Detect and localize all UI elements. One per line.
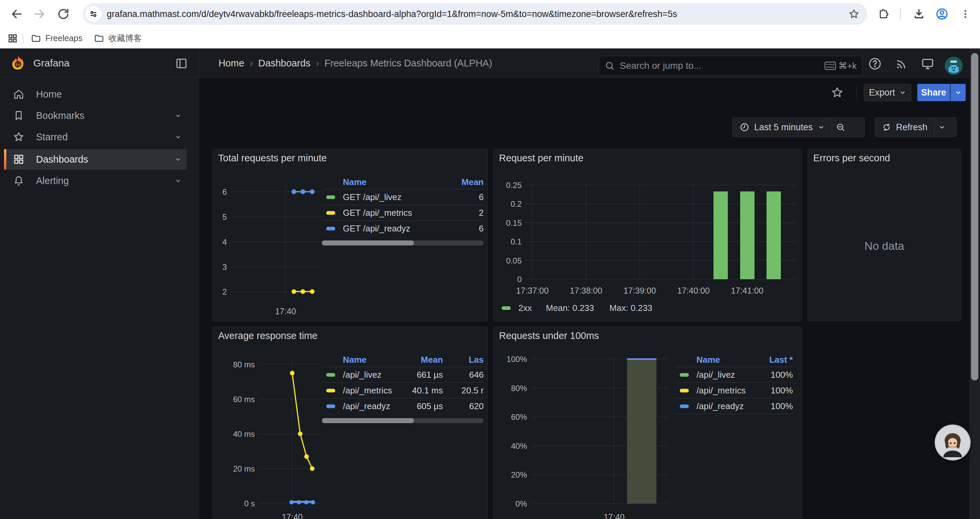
site-settings-icon[interactable] (85, 6, 102, 22)
grafana-logo[interactable] (10, 55, 26, 72)
legend-col-name[interactable]: Name (322, 355, 397, 365)
svg-text:20%: 20% (511, 470, 527, 479)
scrollbar-thumb[interactable] (971, 53, 978, 380)
series-color-pill (326, 195, 335, 199)
breadcrumb-home[interactable]: Home (218, 58, 244, 69)
keyboard-icon (824, 61, 836, 70)
refresh-icon (882, 123, 891, 132)
panel-total-requests[interactable]: Total requests per minute 6543217:40 Nam… (213, 149, 488, 321)
zoom-out-icon (835, 122, 846, 132)
svg-text:0.15: 0.15 (506, 219, 522, 227)
legend-col[interactable]: Mean (397, 355, 443, 365)
svg-text:3: 3 (223, 262, 227, 271)
bookmarks-divider (23, 34, 23, 43)
sidebar-item-alerting[interactable]: Alerting (4, 170, 187, 191)
favorite-star-icon[interactable] (830, 86, 844, 101)
svg-text:17:39:00: 17:39:00 (624, 286, 656, 295)
legend-scrollbar[interactable] (322, 241, 484, 246)
time-range-picker[interactable]: Last 5 minutes (733, 118, 832, 137)
chevron-down-icon (955, 89, 962, 96)
legend-row[interactable]: /api/_readyz100% (675, 398, 793, 414)
svg-text:17:37:00: 17:37:00 (516, 286, 548, 295)
chevron-down-icon[interactable] (174, 112, 182, 120)
svg-text:17:40: 17:40 (604, 512, 625, 519)
browser-menu-icon[interactable] (958, 7, 973, 21)
legend-col[interactable]: Las (443, 355, 484, 365)
refresh-button[interactable]: Refresh (875, 118, 934, 137)
svg-text:60 ms: 60 ms (233, 395, 255, 404)
bookmark-folder-blogs[interactable]: 收藏博客 (94, 33, 142, 44)
request-per-minute-chart[interactable]: 0.250.20.150.10.05017:37:0017:38:0017:39… (494, 149, 802, 321)
monitor-icon[interactable] (920, 56, 935, 71)
legend-scrollbar-thumb[interactable] (322, 418, 414, 423)
sidebar-item-bookmarks[interactable]: Bookmarks (4, 105, 187, 126)
chevron-down-icon[interactable] (174, 155, 182, 163)
panel-request-per-minute[interactable]: Request per minute 0.250.20.150.10.05017… (493, 149, 802, 321)
legend-scrollbar-thumb[interactable] (322, 241, 414, 246)
help-icon[interactable] (868, 56, 882, 71)
svg-text:17:41:00: 17:41:00 (731, 286, 763, 295)
panel-errors-per-second[interactable]: Errors per second No data (808, 149, 961, 321)
sidebar-toggle-icon[interactable] (175, 57, 188, 71)
profile-icon[interactable] (935, 7, 949, 21)
legend-row[interactable]: /api/_livez100% (675, 367, 793, 383)
sidebar-item-dashboards[interactable]: Dashboards (4, 149, 187, 170)
apps-grid-icon[interactable] (7, 33, 18, 44)
svg-text:6: 6 (223, 187, 227, 196)
share-button[interactable]: Share (917, 84, 950, 101)
export-button[interactable]: Export (864, 84, 911, 101)
zoom-out-button[interactable] (832, 118, 849, 137)
legend-row[interactable]: /api/_metrics40.1 ms20.5 r (322, 383, 484, 398)
panel-requests-under-100ms[interactable]: Requests under 100ms 100%80%60%40%20%0%1… (493, 327, 802, 519)
bookmark-star-icon[interactable] (848, 8, 860, 20)
svg-text:17:40: 17:40 (282, 512, 303, 519)
legend-row[interactable]: 2xx Mean: 0.233 Max: 0.233 (502, 301, 652, 315)
legend-row[interactable]: GET /api/_metrics2 (322, 205, 484, 221)
sidebar-item-starred[interactable]: Starred (4, 126, 187, 147)
extensions-icon[interactable] (876, 7, 890, 21)
legend-col[interactable]: Last * (753, 355, 793, 365)
legend-row[interactable]: /api/_readyz605 µs620 (322, 398, 484, 414)
share-menu-button[interactable] (950, 84, 966, 101)
chevron-down-icon[interactable] (174, 133, 182, 141)
brand-label[interactable]: Grafana (33, 57, 69, 69)
legend-row[interactable]: GET /api/_livez6 (322, 189, 484, 205)
refresh-interval-button[interactable] (935, 118, 949, 137)
back-icon[interactable] (10, 7, 24, 21)
series-color-pill (326, 389, 335, 393)
bookmark-label: 收藏博客 (108, 33, 142, 44)
dashboards-icon (13, 153, 25, 165)
assistant-avatar[interactable] (935, 425, 970, 461)
scrollbar-track[interactable] (969, 48, 980, 519)
search-input[interactable]: Search or jump to... ⌘+k (599, 56, 862, 76)
legend-row[interactable]: /api/_metrics100% (675, 383, 793, 398)
sidebar-item-label: Dashboards (36, 154, 88, 165)
chevron-down-icon[interactable] (174, 177, 182, 185)
reload-icon[interactable] (56, 7, 71, 21)
url-bar[interactable]: grafana.mathmast.com/d/deytv4rwavabkb/fr… (83, 3, 867, 25)
bookmark-folder-freeleaps[interactable]: Freeleaps (31, 33, 83, 44)
bell-icon (13, 175, 25, 187)
legend-row[interactable]: GET /api/_readyz6 (322, 221, 484, 236)
legend-col[interactable]: Mean (444, 177, 484, 187)
home-icon (13, 88, 25, 100)
legend-col-name[interactable]: Name (322, 177, 444, 187)
sidebar-item-home[interactable]: Home (4, 84, 187, 105)
bookmarks-bar: Freeleaps 收藏博客 (0, 28, 980, 48)
series-max: Max: 0.233 (609, 303, 652, 313)
user-avatar[interactable] (945, 57, 963, 76)
legend-header: NameLast * (675, 353, 793, 367)
svg-text:0: 0 (517, 275, 522, 284)
svg-text:20 ms: 20 ms (233, 464, 255, 473)
url-text[interactable]: grafana.mathmast.com/d/deytv4rwavabkb/fr… (107, 9, 848, 19)
news-rss-icon[interactable] (894, 56, 909, 71)
bookmark-label: Freeleaps (45, 34, 83, 43)
panel-average-response-time[interactable]: Average response time 80 ms60 ms40 ms20 … (213, 327, 488, 519)
legend-row[interactable]: /api/_livez661 µs646 (322, 367, 484, 383)
download-icon[interactable] (912, 7, 926, 21)
panel-title: Errors per second (813, 153, 890, 164)
legend-col-name[interactable]: Name (675, 355, 753, 365)
svg-text:17:38:00: 17:38:00 (570, 286, 602, 295)
legend-scrollbar[interactable] (322, 418, 484, 423)
breadcrumb-dashboards[interactable]: Dashboards (258, 58, 310, 69)
